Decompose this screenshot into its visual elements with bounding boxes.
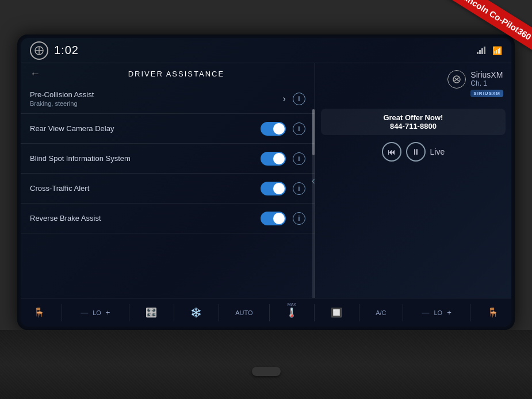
menu-item-cross-traffic[interactable]: Cross-Traffic Alert i: [21, 174, 315, 204]
toggle-knob: [273, 213, 285, 224]
car-frame: Lincoln Co-Pilot360 1:02: [0, 0, 532, 399]
cross-traffic-controls: i: [261, 182, 305, 195]
sirius-info: SiriusXM Ch. 1 SIRIUSXM: [470, 70, 503, 97]
copilot-ribbon-text: Lincoln Co-Pilot360: [447, 0, 532, 52]
divider: [359, 304, 359, 321]
reverse-brake-controls: i: [261, 212, 305, 225]
dash-texture: [0, 330, 532, 399]
pre-collision-sub: Braking, steering: [30, 100, 282, 107]
defrost-group: MAX 🌡️: [286, 307, 297, 318]
toggle-knob: [273, 153, 285, 164]
steering-icon: 🎛️: [146, 307, 157, 318]
fan-icon: ❄️: [190, 307, 202, 318]
menu-item-text: Reverse Brake Assist: [30, 214, 261, 222]
divider: [62, 304, 62, 321]
ac-group: A/C: [376, 309, 386, 316]
rear-view-label: Rear View Camera Delay: [30, 124, 261, 133]
blind-spot-label: Blind Spot Information System: [30, 154, 261, 163]
seat-right-group: 🪑: [487, 307, 499, 318]
seat-left-icon: 🪑: [33, 307, 45, 318]
menu-item-rear-view[interactable]: Rear View Camera Delay i: [21, 114, 315, 144]
content-area: ← DRIVER ASSISTANCE Pre-Collision Assist…: [21, 63, 511, 298]
main-screen: 1:02 📶: [21, 38, 511, 327]
cross-traffic-toggle[interactable]: [261, 182, 286, 195]
menu-list: Pre-Collision Assist Braking, steering ›…: [21, 84, 315, 298]
reverse-brake-toggle[interactable]: [261, 212, 286, 225]
menu-item-text: Rear View Camera Delay: [30, 124, 261, 133]
auto-label[interactable]: AUTO: [235, 309, 252, 316]
temp-right-plus-button[interactable]: +: [445, 307, 454, 318]
temp-left-lo: LO: [93, 309, 101, 316]
info-button-rear-view[interactable]: i: [293, 122, 305, 135]
sirius-icon: [447, 70, 466, 89]
temp-left-group: — LO +: [78, 307, 112, 318]
pause-button[interactable]: ⏸: [406, 142, 426, 162]
offer-box: Great Offer Now! 844-711-8800: [321, 109, 506, 135]
info-button-blind-spot[interactable]: i: [293, 152, 305, 165]
seat-left-group: 🪑: [33, 307, 45, 318]
info-button-reverse-brake[interactable]: i: [293, 212, 305, 225]
temp-left-plus-button[interactable]: +: [104, 307, 113, 318]
chevron-right-icon: ›: [282, 94, 285, 104]
temp-left-minus-button[interactable]: —: [78, 307, 90, 318]
rewind-button[interactable]: ⏮: [382, 142, 401, 162]
info-button-pre-collision[interactable]: i: [293, 93, 305, 105]
sirius-panel: ‹ SiriusXM Ch. 1 SIRIUSXM: [315, 63, 511, 298]
toggle-knob: [273, 183, 285, 194]
max-label: MAX: [288, 302, 296, 306]
auto-group: AUTO: [235, 309, 252, 316]
defrost-icon: 🌡️: [286, 307, 297, 318]
panel-title: DRIVER ASSISTANCE: [47, 70, 305, 78]
offer-phone: 844-711-8800: [328, 122, 499, 131]
rear-defrost-group: 🔲: [331, 307, 342, 318]
player-controls: ⏮ ⏸ Live: [382, 142, 445, 162]
driver-assistance-panel: ← DRIVER ASSISTANCE Pre-Collision Assist…: [21, 63, 315, 298]
reverse-brake-label: Reverse Brake Assist: [30, 214, 261, 222]
screen-bezel: 1:02 📶: [17, 34, 515, 330]
menu-item-pre-collision[interactable]: Pre-Collision Assist Braking, steering ›…: [21, 84, 315, 114]
menu-item-text: Cross-Traffic Alert: [30, 184, 261, 193]
menu-item-reverse-brake[interactable]: Reverse Brake Assist i: [21, 204, 315, 233]
back-button[interactable]: ←: [30, 68, 40, 80]
rear-view-controls: i: [261, 122, 305, 136]
divider: [269, 304, 270, 321]
menu-item-text: Pre-Collision Assist Braking, steering: [30, 90, 282, 107]
scroll-indicator: [312, 109, 315, 298]
cross-traffic-label: Cross-Traffic Alert: [30, 184, 261, 193]
chevron-left-icon: ‹: [312, 175, 315, 187]
rear-view-toggle[interactable]: [261, 122, 286, 136]
dashboard: [0, 330, 532, 399]
temp-right-group: — LO +: [419, 307, 453, 318]
temp-right-minus-button[interactable]: —: [419, 307, 431, 318]
scroll-thumb: [312, 109, 315, 155]
sirius-channel: Ch. 1: [470, 79, 487, 87]
divider: [314, 304, 315, 321]
copilot-badge: Lincoln Co-Pilot360: [440, 0, 532, 57]
divider: [403, 304, 403, 321]
live-label: Live: [430, 147, 445, 156]
panel-header: ← DRIVER ASSISTANCE: [21, 63, 315, 84]
menu-item-text: Blind Spot Information System: [30, 154, 261, 163]
top-bar: 1:02 📶: [21, 38, 511, 63]
fan-group: ❄️: [190, 307, 202, 318]
rear-defrost-icon: 🔲: [331, 307, 342, 318]
divider: [174, 304, 174, 321]
clock-display: 1:02: [54, 44, 79, 57]
ac-label[interactable]: A/C: [376, 309, 386, 316]
dash-knob: [252, 367, 281, 376]
offer-title: Great Offer Now!: [328, 113, 499, 122]
divider: [129, 304, 129, 321]
divider: [470, 304, 470, 321]
blind-spot-toggle[interactable]: [261, 152, 286, 166]
toggle-knob: [273, 123, 285, 135]
sirius-name: SiriusXM: [470, 70, 503, 79]
pre-collision-controls: › i: [282, 93, 305, 105]
blind-spot-controls: i: [261, 152, 305, 166]
pre-collision-label: Pre-Collision Assist: [30, 90, 282, 99]
seat-right-icon: 🪑: [487, 307, 499, 318]
info-button-cross-traffic[interactable]: i: [293, 182, 305, 195]
sirius-header: SiriusXM Ch. 1 SIRIUSXM: [321, 68, 506, 99]
menu-item-blind-spot[interactable]: Blind Spot Information System i: [21, 144, 315, 174]
divider: [219, 304, 219, 321]
steering-heat-group: 🎛️: [146, 307, 157, 318]
